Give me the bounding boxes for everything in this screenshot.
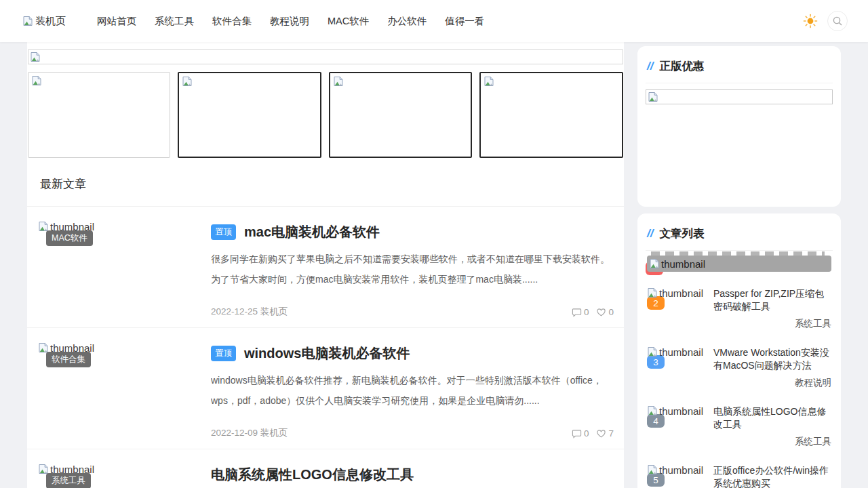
thumbnail-alt-text: thumbnail	[659, 464, 703, 476]
header-actions	[802, 11, 848, 31]
heading-slashes-decoration: //	[647, 60, 653, 73]
broken-image-icon	[30, 52, 41, 62]
broken-image-icon	[647, 464, 658, 475]
comments-counter[interactable]: 0	[572, 428, 589, 439]
ranked-article-title[interactable]: VMware Workstation安装没有MacOS问题解决方法	[713, 346, 831, 372]
search-icon	[832, 16, 843, 26]
article-thumbnail[interactable]: thumbnail MAC软件	[37, 217, 200, 318]
article-list-card: // 文章列表 1 thumbnail thumbnail	[637, 214, 841, 488]
nav-item-worth-a-look[interactable]: 值得一看	[445, 15, 484, 28]
article-body: 置顶 windows电脑装机必备软件 windows电脑装机必备软件推荐，新电脑…	[211, 338, 614, 439]
site-logo-label: 装机页	[35, 15, 66, 28]
ranked-article-category: 系统工具	[713, 436, 831, 448]
article-excerpt: windows电脑装机必备软件推荐，新电脑装机必备软件。对于一些特别激活版本软件…	[211, 370, 614, 411]
sidebar: // 正版优惠 // 文章列表 1 thumbnail	[637, 42, 841, 488]
thumbnail-tooltip: thumbnail	[647, 256, 831, 272]
broken-image-icon	[648, 92, 658, 102]
nav-item-office-software[interactable]: 办公软件	[387, 15, 427, 28]
likes-counter[interactable]: 7	[596, 428, 614, 439]
article-thumbnail[interactable]: thumbnail 软件合集	[37, 338, 200, 439]
deal-broken-image[interactable]	[646, 89, 833, 104]
thumbnail-alt-text: thumbnail	[659, 405, 703, 417]
thumbnail-alt-text: thumbnail	[659, 287, 703, 299]
ranked-article-title[interactable]: 电脑系统属性LOGO信息修改工具	[713, 405, 831, 431]
broken-image-icon	[31, 75, 42, 86]
site-logo[interactable]: 装机页	[22, 15, 66, 28]
likes-counter[interactable]: 0	[596, 307, 614, 317]
article-meta: 2022-12-09 装机页 0	[211, 427, 614, 439]
ranked-article-category: 教程说明	[713, 377, 831, 389]
like-count: 7	[608, 428, 614, 439]
top-banner-broken-image[interactable]	[28, 49, 623, 64]
article-title[interactable]: mac电脑装机必备软件	[244, 223, 380, 241]
broken-image-icon	[647, 346, 658, 357]
nav-item-tutorials[interactable]: 教程说明	[270, 15, 309, 28]
comment-count: 0	[584, 307, 589, 317]
promo-banner-3[interactable]	[329, 72, 473, 158]
promo-banner-4[interactable]	[479, 72, 623, 158]
article-card: thumbnail MAC软件 置顶 mac电脑装机必备软件 很多同学在新购买了…	[27, 207, 624, 328]
search-button[interactable]	[827, 11, 848, 31]
article-date-author: 2022-12-09 装机页	[211, 427, 288, 439]
article-card: thumbnail 系统工具 电脑系统属性LOGO信息修改工具 电脑系统属性LO…	[27, 449, 624, 488]
latest-articles-heading: 最新文章	[27, 158, 624, 207]
ranked-article-item[interactable]: thumbnail 2 Passper for ZIP,ZIP压缩包密码破解工具…	[646, 279, 833, 338]
broken-image-icon	[182, 76, 193, 87]
tooltip-text: thumbnail	[661, 258, 705, 270]
nav-item-mac-software[interactable]: MAC软件	[328, 15, 369, 28]
article-title[interactable]: 电脑系统属性LOGO信息修改工具	[211, 466, 414, 484]
broken-image-icon	[484, 76, 494, 87]
article-thumbnail[interactable]: thumbnail 系统工具	[37, 460, 200, 488]
like-count: 0	[608, 307, 614, 317]
broken-image-icon	[333, 76, 344, 87]
heading-slashes-decoration: //	[647, 227, 653, 241]
nav-item-system-tools[interactable]: 系统工具	[155, 15, 194, 28]
ranked-article-item[interactable]: thumbnail 3 VMware Workstation安装没有MacOS问…	[646, 338, 833, 397]
broken-image-icon	[649, 258, 660, 269]
promo-banner-row	[28, 72, 623, 158]
promo-banner-1[interactable]	[28, 72, 170, 158]
ranked-article-item[interactable]: 1 thumbnail	[646, 251, 833, 279]
category-badge: 软件合集	[46, 352, 91, 367]
article-title[interactable]: windows电脑装机必备软件	[244, 344, 410, 363]
broken-image-icon	[22, 16, 33, 26]
ranked-article-title[interactable]: Passper for ZIP,ZIP压缩包密码破解工具	[713, 287, 831, 313]
promo-banner-2[interactable]	[178, 72, 321, 158]
comment-icon	[572, 307, 582, 317]
category-badge: MAC软件	[46, 230, 93, 246]
divider	[646, 83, 833, 83]
comment-count: 0	[584, 428, 589, 439]
ranked-article-title[interactable]: 正版office办公软件/win操作系统优惠购买	[713, 464, 831, 488]
ranked-article-item[interactable]: thumbnail 5 正版office办公软件/win操作系统优惠购买 值得一…	[646, 456, 833, 488]
thumbnail-alt-text: thumbnail	[659, 346, 703, 358]
article-date-author: 2022-12-25 装机页	[211, 306, 288, 318]
article-body: 置顶 mac电脑装机必备软件 很多同学在新购买了苹果电脑之后不知道需要安装哪些软…	[211, 217, 614, 318]
article-list-heading: 文章列表	[659, 226, 704, 241]
page-layout: 最新文章 thumbnail MAC软件 置顶 mac电脑装机必备软件 很多同学…	[0, 42, 868, 488]
main-nav: 网站首页 系统工具 软件合集 教程说明 MAC软件 办公软件 值得一看	[97, 15, 484, 28]
article-body: 电脑系统属性LOGO信息修改工具 电脑系统属性LOGO信息修改工具是一款免费即可…	[211, 460, 614, 488]
ranked-article-category: 系统工具	[713, 318, 831, 330]
nav-item-software-collection[interactable]: 软件合集	[212, 15, 252, 28]
genuine-deals-card: // 正版优惠	[637, 46, 841, 207]
article-card: thumbnail 软件合集 置顶 windows电脑装机必备软件 window…	[27, 328, 624, 449]
theme-toggle-sun-icon[interactable]	[802, 13, 818, 29]
site-header: 装机页 网站首页 系统工具 软件合集 教程说明 MAC软件 办公软件 值得一看	[0, 0, 868, 42]
article-meta: 2022-12-25 装机页 0	[211, 306, 614, 318]
nav-item-home[interactable]: 网站首页	[97, 15, 136, 28]
broken-image-icon	[647, 287, 658, 298]
heart-icon	[596, 307, 606, 317]
comment-icon	[572, 428, 582, 439]
comments-counter[interactable]: 0	[572, 307, 589, 317]
main-column: 最新文章 thumbnail MAC软件 置顶 mac电脑装机必备软件 很多同学…	[27, 42, 624, 488]
pinned-badge: 置顶	[211, 346, 236, 361]
heart-icon	[596, 428, 606, 439]
pinned-badge: 置顶	[211, 224, 236, 240]
genuine-deals-heading: 正版优惠	[659, 59, 704, 74]
broken-image-icon	[647, 405, 658, 416]
ranked-article-item[interactable]: thumbnail 4 电脑系统属性LOGO信息修改工具 系统工具	[646, 397, 833, 456]
category-badge: 系统工具	[46, 473, 91, 488]
article-excerpt: 很多同学在新购买了苹果电脑之后不知道需要安装哪些软件，或者不知道在哪里下载安装软…	[211, 249, 614, 289]
